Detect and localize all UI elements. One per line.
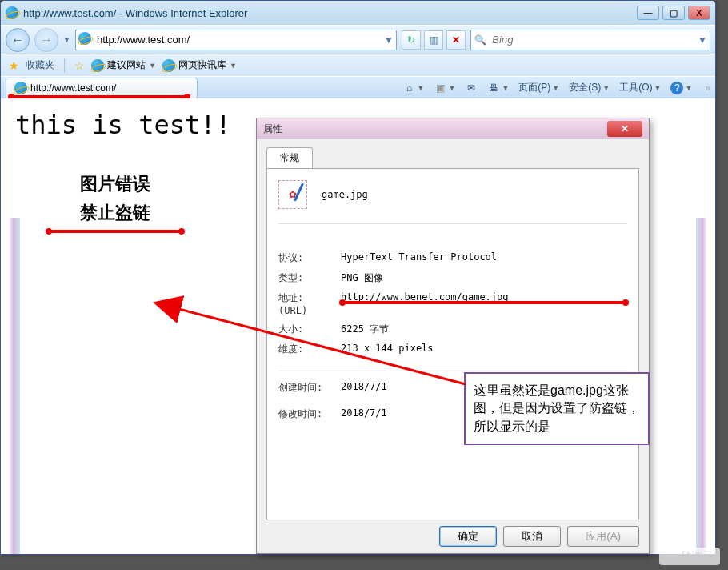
search-box[interactable]: 🔍 ▼: [470, 30, 710, 50]
search-icon: 🔍: [471, 34, 489, 46]
decorative-strip: [696, 218, 707, 555]
add-favorite-icon[interactable]: ☆: [74, 59, 85, 72]
read-mail-button[interactable]: ✉: [465, 82, 478, 94]
dialog-title: 属性: [263, 122, 607, 136]
properties-dialog: 属性 ✕ 常规 ✿ game.jpg 协议:HyperText Transfer…: [256, 118, 650, 554]
annotation-underline: [341, 301, 627, 304]
decorative-strip: [9, 218, 20, 555]
watermark: ☁ 亿速云: [659, 548, 720, 565]
web-slice-label: 网页快讯库: [178, 58, 226, 72]
value-address: http://www.benet.com/game.jpg: [341, 291, 627, 303]
ok-button[interactable]: 确定: [439, 526, 497, 547]
tab-general[interactable]: 常规: [266, 147, 313, 168]
feeds-button[interactable]: ▣▼: [434, 82, 455, 94]
favorites-star-icon[interactable]: ★: [9, 59, 19, 72]
tab-bar: http://www.test.com/ ⌂▼ ▣▼ ✉ 🖶▼ 页面(P)▼ 安…: [1, 76, 715, 98]
ie-logo-icon: [6, 6, 18, 19]
suggested-sites-link[interactable]: 建议网站 ▼: [91, 58, 156, 72]
label-dimensions: 维度:: [278, 343, 341, 356]
window-titlebar: http://www.test.com/ - Windows Internet …: [1, 1, 715, 25]
mail-icon: ✉: [465, 82, 478, 94]
annotation-callout: 这里虽然还是game.jpg这张图，但是因为设置了防盗链，所以显示的是: [464, 372, 650, 445]
back-button[interactable]: ←: [6, 28, 30, 52]
dialog-tabstrip: 常规: [266, 147, 639, 168]
home-button[interactable]: ⌂▼: [403, 82, 425, 94]
label-created: 创建时间:: [278, 381, 341, 395]
maximize-button[interactable]: ▢: [662, 6, 685, 20]
chevron-down-icon: ▼: [230, 62, 237, 70]
safety-menu[interactable]: 安全(S)▼: [569, 81, 610, 94]
dialog-titlebar[interactable]: 属性 ✕: [257, 118, 649, 139]
ie-icon: [162, 59, 175, 72]
minimize-button[interactable]: —: [637, 6, 659, 20]
stop-icon: ✕: [452, 34, 460, 46]
label-address: 地址:(URL): [278, 291, 341, 316]
stop-button[interactable]: ✕: [446, 30, 466, 50]
chevron-down-icon: ▼: [149, 62, 156, 70]
annotation-underline: [47, 230, 183, 233]
refresh-button[interactable]: ↻: [402, 30, 421, 50]
label-type: 类型:: [278, 271, 341, 285]
tab-favicon: [14, 82, 27, 94]
label-protocol: 协议:: [278, 251, 341, 265]
general-panel: ✿ game.jpg 协议:HyperText Transfer Protoco…: [266, 168, 639, 520]
help-icon: ?: [670, 82, 683, 94]
label-size: 大小:: [278, 323, 341, 336]
hotlink-line2: 禁止盗链: [47, 201, 183, 225]
separator: [64, 58, 65, 73]
compat-view-button[interactable]: ▥: [424, 30, 443, 50]
printer-icon: 🖶: [487, 82, 500, 94]
address-dropdown[interactable]: ▼: [382, 34, 396, 46]
annotation-text: 这里虽然还是game.jpg这张图，但是因为设置了防盗链，所以显示的是: [474, 383, 640, 433]
annotation-underline: [10, 95, 189, 98]
web-slice-link[interactable]: 网页快讯库 ▼: [162, 58, 237, 72]
close-button[interactable]: X: [688, 6, 710, 20]
apply-button[interactable]: 应用(A): [567, 526, 639, 547]
hotlink-error-image: 图片错误 禁止盗链: [47, 172, 183, 233]
file-type-icon: ✿: [278, 180, 307, 209]
tab-title: http://www.test.com/: [30, 82, 116, 94]
rss-icon: ▣: [434, 82, 446, 94]
search-input[interactable]: [489, 34, 695, 46]
file-name: game.jpg: [322, 189, 368, 200]
page-menu[interactable]: 页面(P)▼: [518, 81, 559, 94]
suggested-sites-label: 建议网站: [107, 58, 146, 72]
favorites-label[interactable]: 收藏夹: [26, 58, 54, 72]
print-button[interactable]: 🖶▼: [487, 82, 509, 94]
value-type: PNG 图像: [341, 271, 627, 285]
value-size: 6225 字节: [341, 323, 627, 336]
browser-tab[interactable]: http://www.test.com/: [6, 78, 198, 98]
help-button[interactable]: ?▼: [670, 82, 692, 94]
refresh-icon: ↻: [407, 34, 415, 46]
tools-menu[interactable]: 工具(O)▼: [619, 81, 661, 94]
cancel-button[interactable]: 取消: [503, 526, 561, 547]
address-bar[interactable]: ▼: [75, 30, 397, 50]
window-title: http://www.test.com/ - Windows Internet …: [23, 7, 637, 19]
site-favicon: [76, 32, 94, 47]
forward-button[interactable]: →: [34, 28, 58, 52]
label-modified: 修改时间:: [278, 407, 341, 421]
navigation-bar: ← → ▼ ▼ ↻ ▥ ✕ 🔍 ▼: [1, 25, 715, 54]
value-protocol: HyperText Transfer Protocol: [341, 251, 627, 263]
address-input[interactable]: [94, 34, 382, 46]
nav-history-dropdown[interactable]: ▼: [63, 36, 70, 44]
arrow-right-icon: →: [40, 33, 53, 47]
dialog-close-button[interactable]: ✕: [607, 121, 642, 137]
favorites-bar: ★ 收藏夹 ☆ 建议网站 ▼ 网页快讯库 ▼: [1, 54, 715, 76]
ie-icon: [91, 59, 104, 72]
hotlink-line1: 图片错误: [47, 172, 183, 196]
search-provider-dropdown[interactable]: ▼: [695, 34, 710, 46]
home-icon: ⌂: [403, 82, 416, 94]
value-dimensions: 213 x 144 pixels: [341, 343, 627, 354]
arrow-left-icon: ←: [11, 33, 24, 47]
